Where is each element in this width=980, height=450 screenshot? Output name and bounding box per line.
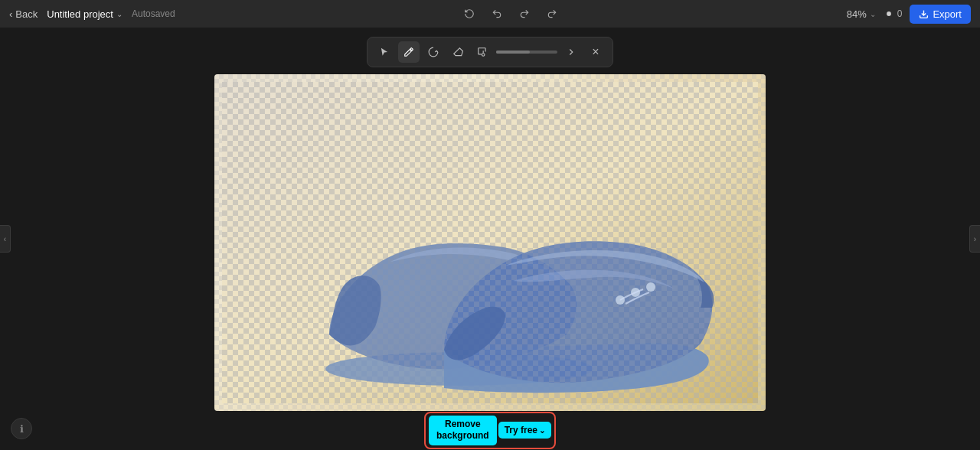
info-icon: ℹ — [20, 423, 24, 435]
toolbar-close-button[interactable]: × — [585, 41, 606, 63]
project-chevron-icon: ⌄ — [116, 10, 122, 18]
left-panel-toggle[interactable]: ‹ — [0, 225, 11, 253]
notification-button[interactable]: 0 — [884, 8, 903, 19]
zoom-chevron-icon: ⌄ — [870, 10, 876, 18]
back-button[interactable]: ‹ Back — [9, 8, 38, 20]
undo-icon — [492, 8, 502, 19]
zoom-level: 84% — [847, 8, 867, 20]
redo-icon — [547, 8, 557, 19]
brush-size-slider[interactable] — [496, 51, 557, 54]
header-right: 84% ⌄ 0 Export — [847, 5, 971, 24]
eraser-tool-button[interactable] — [447, 41, 469, 63]
remove-bg-label: Removebackground — [436, 419, 489, 442]
header: ‹ Back Untitled project ⌄ Autosaved 84% … — [0, 0, 980, 28]
lasso-tool-icon — [428, 47, 439, 57]
redo-button[interactable] — [543, 5, 561, 23]
autosaved-status: Autosaved — [132, 8, 175, 19]
right-panel-toggle[interactable]: › — [969, 225, 980, 253]
toolbar-extra-icon — [566, 47, 577, 57]
try-free-chevron-icon: ⌄ — [539, 426, 545, 435]
export-label: Export — [933, 8, 962, 20]
undo-button[interactable] — [488, 5, 506, 23]
shoe-image-container — [214, 74, 766, 411]
export-button[interactable]: Export — [910, 5, 971, 24]
drawing-toolbar: × — [367, 37, 613, 67]
notification-count: 0 — [897, 8, 903, 19]
back-label: Back — [15, 8, 38, 20]
left-panel-toggle-icon: ‹ — [4, 235, 6, 243]
info-button[interactable]: ℹ — [11, 418, 32, 439]
zoom-control[interactable]: 84% ⌄ — [847, 8, 876, 20]
select-tool-button[interactable] — [374, 41, 395, 63]
refresh-left-icon — [464, 8, 475, 19]
remove-bg-banner: Removebackground Try free ⌄ — [424, 412, 556, 449]
refresh-left-button[interactable] — [460, 5, 479, 23]
select-tool-icon — [379, 47, 390, 57]
shoe-background — [214, 74, 766, 411]
export-icon — [919, 9, 929, 19]
canvas-area: ‹ — [0, 28, 980, 450]
try-free-label: Try free — [505, 425, 537, 435]
paint-tool-button[interactable] — [472, 41, 493, 63]
project-name-dropdown[interactable]: Untitled project ⌄ — [47, 8, 122, 20]
paint-tool-icon — [477, 47, 488, 57]
svg-point-11 — [646, 282, 655, 292]
back-chevron-icon: ‹ — [9, 8, 12, 20]
remove-background-button[interactable]: Removebackground — [429, 416, 497, 445]
redo-left-icon — [519, 8, 530, 19]
brush-size-fill — [496, 51, 530, 54]
try-free-button[interactable]: Try free ⌄ — [498, 422, 551, 439]
svg-point-0 — [887, 11, 891, 16]
brush-tool-button[interactable] — [398, 41, 420, 63]
eraser-tool-icon — [452, 47, 463, 57]
shoe-svg — [222, 82, 758, 403]
lasso-tool-button[interactable] — [423, 41, 444, 63]
redo-left-button[interactable] — [515, 5, 534, 23]
close-icon: × — [592, 45, 599, 59]
right-panel-toggle-icon: › — [974, 235, 976, 243]
header-left: ‹ Back Untitled project ⌄ Autosaved — [9, 8, 175, 20]
toolbar-extra-button[interactable] — [560, 41, 582, 63]
brush-tool-icon — [403, 47, 414, 57]
project-name: Untitled project — [47, 8, 113, 20]
image-canvas: Removebackground Try free ⌄ — [214, 74, 766, 411]
header-center — [460, 5, 561, 23]
notification-icon — [884, 8, 894, 19]
